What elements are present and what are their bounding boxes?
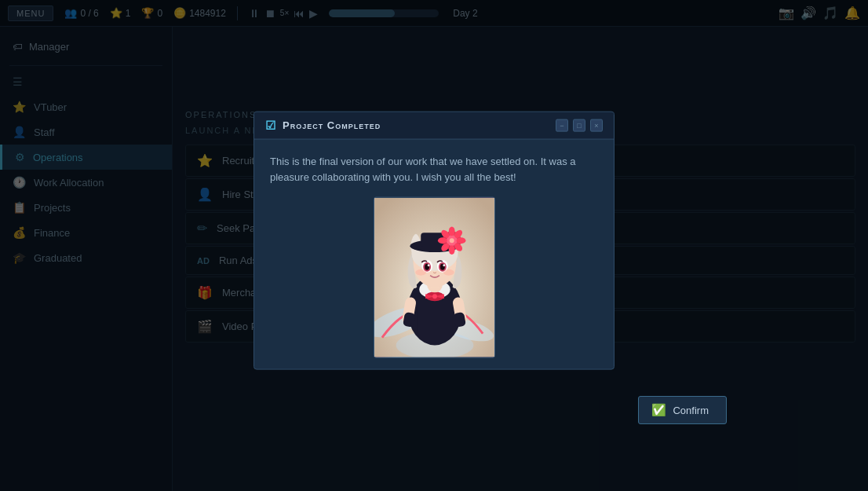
svg-point-38 — [443, 269, 454, 276]
svg-point-27 — [437, 237, 447, 244]
dialog-title: ☑ Project Completed — [265, 118, 381, 132]
dialog-titlebar: ☑ Project Completed − □ × — [254, 112, 614, 139]
dialog-maximize-button[interactable]: □ — [573, 119, 585, 131]
dialog-message: This is the final version of our work th… — [270, 153, 598, 186]
svg-point-36 — [443, 264, 445, 266]
svg-point-21 — [448, 227, 454, 236]
svg-point-35 — [427, 264, 429, 266]
confirm-button-wrap: ✅ Confirm — [638, 396, 727, 424]
dialog-title-text: Project Completed — [283, 119, 381, 131]
confirm-button[interactable]: ✅ Confirm — [638, 396, 727, 424]
svg-point-12 — [432, 294, 437, 299]
svg-point-23 — [456, 237, 465, 244]
dialog-character-image — [374, 197, 495, 358]
confirm-icon: ✅ — [651, 403, 666, 417]
dialog-minimize-button[interactable]: − — [556, 119, 568, 131]
svg-point-25 — [448, 245, 454, 255]
project-completed-dialog: ☑ Project Completed − □ × This is the fi… — [253, 111, 615, 370]
dialog-close-button[interactable]: × — [590, 119, 603, 131]
svg-rect-6 — [417, 299, 452, 337]
dialog-body: This is the final version of our work th… — [254, 139, 614, 369]
dialog-window-buttons: − □ × — [556, 119, 603, 131]
confirm-label: Confirm — [673, 405, 709, 416]
svg-point-20 — [449, 238, 454, 243]
svg-point-37 — [415, 269, 426, 276]
dialog-title-icon: ☑ — [265, 118, 276, 132]
